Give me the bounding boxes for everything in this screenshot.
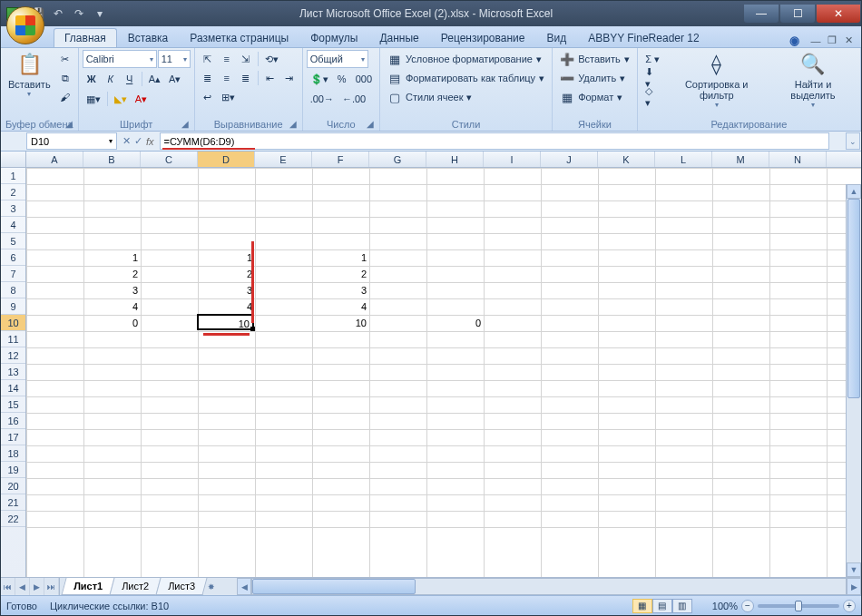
enter-formula-icon[interactable]: ✓ [134,135,142,147]
view-page-break-icon[interactable]: ▥ [672,599,692,613]
column-header[interactable]: H [426,152,484,167]
row-header[interactable]: 7 [1,266,25,282]
ribbon-tab-вид[interactable]: Вид [535,28,577,47]
format-cells-button[interactable]: ▦Формат ▾ [556,88,633,106]
bold-button[interactable]: Ж [83,70,101,88]
zoom-out-icon[interactable]: − [741,600,754,612]
underline-button[interactable]: Ч [121,70,139,88]
column-header[interactable]: M [712,152,769,167]
row-header[interactable]: 5 [1,233,25,249]
scroll-left-icon[interactable]: ◀ [237,578,251,595]
cell[interactable]: 2 [312,266,369,282]
fill-handle[interactable] [250,327,255,331]
alignment-launcher-icon[interactable]: ◢ [288,119,299,130]
vertical-scroll-thumb[interactable] [847,199,860,398]
row-header[interactable]: 15 [1,396,25,413]
ribbon-tab-abbyy-finereader-12[interactable]: ABBYY FineReader 12 [577,28,710,47]
wrap-text-icon[interactable]: ↩ [199,88,217,106]
font-size-combo[interactable]: 11▾ [158,50,191,68]
orientation-icon[interactable]: ⟲▾ [261,50,282,68]
scroll-up-icon[interactable]: ▲ [847,184,861,199]
row-header[interactable]: 11 [1,331,25,347]
align-center-icon[interactable]: ≡ [218,69,236,87]
qat-redo-icon[interactable]: ↷ [70,5,88,23]
formula-input[interactable]: =СУММ(D6:D9) [160,132,829,150]
mdi-minimize-icon[interactable]: — [808,34,823,47]
increase-indent-icon[interactable]: ⇥ [280,69,299,87]
number-format-combo[interactable]: Общий▾ [307,50,368,68]
sheet-tab[interactable]: Лист2 [110,578,162,595]
sort-filter-button[interactable]: ⟠ Сортировка и фильтр ▾ [665,50,768,118]
column-header[interactable]: F [312,152,369,167]
ribbon-tab-формулы[interactable]: Формулы [299,28,368,47]
row-header[interactable]: 20 [1,478,25,494]
row-header[interactable]: 12 [1,347,25,364]
scroll-right-icon[interactable]: ▶ [847,578,861,595]
autosum-icon[interactable]: Σ ▾ [642,50,664,68]
column-header[interactable]: K [598,152,655,167]
increase-decimal-icon[interactable]: .00→ [307,90,338,108]
row-header[interactable]: 16 [1,413,25,429]
percent-icon[interactable]: % [333,70,351,88]
sheet-nav-next-icon[interactable]: ▶ [30,578,44,595]
fx-icon[interactable]: fx [146,136,154,147]
name-box[interactable]: D10▾ [26,132,117,150]
copy-icon[interactable]: ⧉ [56,69,74,87]
format-as-table-button[interactable]: ▤Форматировать как таблицу ▾ [384,69,548,87]
ribbon-tab-разметка-страницы[interactable]: Разметка страницы [179,28,299,47]
column-header[interactable]: L [655,152,712,167]
column-header[interactable]: D [198,152,255,167]
align-left-icon[interactable]: ≣ [199,69,217,87]
align-top-icon[interactable]: ⇱ [199,50,217,68]
row-header[interactable]: 2 [1,184,25,200]
row-header[interactable]: 8 [1,282,25,298]
cell[interactable]: 1 [83,249,141,266]
decrease-decimal-icon[interactable]: ←.00 [338,90,369,108]
cell[interactable]: 1 [312,249,369,266]
cell[interactable]: 10 [312,315,369,331]
increase-font-icon[interactable]: A▴ [145,70,164,88]
format-painter-icon[interactable]: 🖌 [56,88,74,106]
currency-icon[interactable]: 💲▾ [307,70,332,88]
row-header[interactable]: 3 [1,200,25,217]
column-header[interactable]: B [83,152,141,167]
row-header[interactable]: 1 [1,168,25,184]
font-name-combo[interactable]: Calibri▾ [83,50,157,68]
zoom-slider[interactable] [758,604,839,608]
align-bottom-icon[interactable]: ⇲ [237,50,255,68]
font-color-icon[interactable]: A▾ [132,90,151,108]
row-header[interactable]: 18 [1,445,25,462]
paste-button[interactable]: 📋 Вставить ▾ [5,50,54,118]
qat-customize-icon[interactable]: ▾ [91,5,109,23]
ribbon-tab-рецензирование[interactable]: Рецензирование [430,28,536,47]
cut-icon[interactable]: ✂ [56,50,74,68]
find-select-button[interactable]: 🔍 Найти и выделить ▾ [769,50,857,118]
cell[interactable]: 2 [198,266,255,282]
column-header[interactable]: E [255,152,312,167]
cell[interactable]: 4 [83,298,141,315]
row-header[interactable]: 19 [1,462,25,478]
ribbon-tab-главная[interactable]: Главная [54,28,117,47]
window-minimize-button[interactable]: — [744,5,779,23]
fill-color-icon[interactable]: ◣▾ [111,90,131,108]
sheet-nav-prev-icon[interactable]: ◀ [15,578,30,595]
horizontal-scroll-thumb[interactable] [252,579,416,594]
row-header[interactable]: 13 [1,364,25,380]
selected-cell-border[interactable]: 10 [197,314,254,330]
cell-styles-button[interactable]: ▢Стили ячеек ▾ [384,88,548,106]
view-normal-icon[interactable]: ▦ [632,599,652,613]
italic-button[interactable]: К [102,70,120,88]
column-header[interactable]: A [26,152,83,167]
column-header[interactable]: G [369,152,426,167]
clear-icon[interactable]: ◇ ▾ [642,88,664,106]
window-close-button[interactable]: ✕ [817,5,860,23]
column-header[interactable]: N [769,152,827,167]
row-header[interactable]: 10 [1,315,25,331]
cell[interactable]: 0 [426,315,484,331]
cancel-formula-icon[interactable]: ✕ [122,135,131,147]
clipboard-launcher-icon[interactable]: ◢ [64,119,74,130]
cell[interactable]: 2 [83,266,141,282]
select-all-corner[interactable] [1,152,26,167]
qat-undo-icon[interactable]: ↶ [49,5,67,23]
sheet-nav-last-icon[interactable]: ⏭ [44,578,59,595]
